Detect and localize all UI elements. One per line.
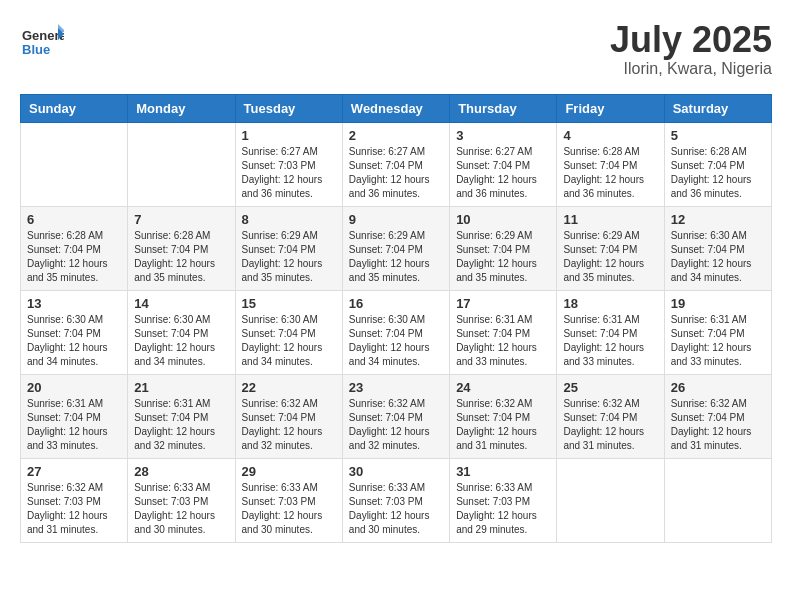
day-number: 5 [671, 128, 765, 143]
calendar-cell: 21Sunrise: 6:31 AM Sunset: 7:04 PM Dayli… [128, 374, 235, 458]
day-number: 9 [349, 212, 443, 227]
day-number: 8 [242, 212, 336, 227]
calendar-body: 1Sunrise: 6:27 AM Sunset: 7:03 PM Daylig… [21, 122, 772, 542]
day-info: Sunrise: 6:33 AM Sunset: 7:03 PM Dayligh… [456, 481, 550, 537]
day-info: Sunrise: 6:29 AM Sunset: 7:04 PM Dayligh… [242, 229, 336, 285]
day-info: Sunrise: 6:32 AM Sunset: 7:04 PM Dayligh… [563, 397, 657, 453]
day-number: 31 [456, 464, 550, 479]
day-info: Sunrise: 6:31 AM Sunset: 7:04 PM Dayligh… [563, 313, 657, 369]
calendar-cell: 18Sunrise: 6:31 AM Sunset: 7:04 PM Dayli… [557, 290, 664, 374]
day-number: 30 [349, 464, 443, 479]
calendar-cell: 4Sunrise: 6:28 AM Sunset: 7:04 PM Daylig… [557, 122, 664, 206]
svg-text:Blue: Blue [22, 42, 50, 57]
calendar-cell: 25Sunrise: 6:32 AM Sunset: 7:04 PM Dayli… [557, 374, 664, 458]
title-block: July 2025 Ilorin, Kwara, Nigeria [610, 20, 772, 78]
logo: General Blue [20, 20, 64, 68]
calendar-cell: 23Sunrise: 6:32 AM Sunset: 7:04 PM Dayli… [342, 374, 449, 458]
calendar-cell: 10Sunrise: 6:29 AM Sunset: 7:04 PM Dayli… [450, 206, 557, 290]
calendar-cell: 17Sunrise: 6:31 AM Sunset: 7:04 PM Dayli… [450, 290, 557, 374]
day-number: 27 [27, 464, 121, 479]
calendar-cell: 7Sunrise: 6:28 AM Sunset: 7:04 PM Daylig… [128, 206, 235, 290]
day-info: Sunrise: 6:30 AM Sunset: 7:04 PM Dayligh… [349, 313, 443, 369]
day-info: Sunrise: 6:27 AM Sunset: 7:03 PM Dayligh… [242, 145, 336, 201]
calendar-header-cell: Saturday [664, 94, 771, 122]
calendar-cell: 24Sunrise: 6:32 AM Sunset: 7:04 PM Dayli… [450, 374, 557, 458]
day-info: Sunrise: 6:33 AM Sunset: 7:03 PM Dayligh… [242, 481, 336, 537]
day-info: Sunrise: 6:33 AM Sunset: 7:03 PM Dayligh… [349, 481, 443, 537]
day-info: Sunrise: 6:27 AM Sunset: 7:04 PM Dayligh… [349, 145, 443, 201]
calendar-cell: 6Sunrise: 6:28 AM Sunset: 7:04 PM Daylig… [21, 206, 128, 290]
day-info: Sunrise: 6:32 AM Sunset: 7:04 PM Dayligh… [349, 397, 443, 453]
calendar-week-row: 6Sunrise: 6:28 AM Sunset: 7:04 PM Daylig… [21, 206, 772, 290]
calendar-header-cell: Tuesday [235, 94, 342, 122]
day-number: 2 [349, 128, 443, 143]
day-info: Sunrise: 6:30 AM Sunset: 7:04 PM Dayligh… [134, 313, 228, 369]
day-number: 24 [456, 380, 550, 395]
day-number: 21 [134, 380, 228, 395]
day-number: 12 [671, 212, 765, 227]
calendar-cell: 31Sunrise: 6:33 AM Sunset: 7:03 PM Dayli… [450, 458, 557, 542]
day-info: Sunrise: 6:31 AM Sunset: 7:04 PM Dayligh… [27, 397, 121, 453]
calendar-cell [557, 458, 664, 542]
calendar-cell [21, 122, 128, 206]
calendar-cell [664, 458, 771, 542]
day-number: 26 [671, 380, 765, 395]
day-info: Sunrise: 6:30 AM Sunset: 7:04 PM Dayligh… [242, 313, 336, 369]
calendar-cell: 5Sunrise: 6:28 AM Sunset: 7:04 PM Daylig… [664, 122, 771, 206]
day-number: 10 [456, 212, 550, 227]
calendar-cell: 16Sunrise: 6:30 AM Sunset: 7:04 PM Dayli… [342, 290, 449, 374]
day-number: 19 [671, 296, 765, 311]
page-title: July 2025 [610, 20, 772, 60]
calendar-cell: 15Sunrise: 6:30 AM Sunset: 7:04 PM Dayli… [235, 290, 342, 374]
calendar-cell: 27Sunrise: 6:32 AM Sunset: 7:03 PM Dayli… [21, 458, 128, 542]
day-info: Sunrise: 6:32 AM Sunset: 7:04 PM Dayligh… [456, 397, 550, 453]
day-number: 14 [134, 296, 228, 311]
calendar-header-cell: Thursday [450, 94, 557, 122]
day-info: Sunrise: 6:28 AM Sunset: 7:04 PM Dayligh… [134, 229, 228, 285]
calendar-cell: 19Sunrise: 6:31 AM Sunset: 7:04 PM Dayli… [664, 290, 771, 374]
day-number: 22 [242, 380, 336, 395]
calendar-cell: 1Sunrise: 6:27 AM Sunset: 7:03 PM Daylig… [235, 122, 342, 206]
calendar-cell: 30Sunrise: 6:33 AM Sunset: 7:03 PM Dayli… [342, 458, 449, 542]
calendar-cell: 2Sunrise: 6:27 AM Sunset: 7:04 PM Daylig… [342, 122, 449, 206]
calendar-header-cell: Sunday [21, 94, 128, 122]
day-number: 17 [456, 296, 550, 311]
calendar-header-cell: Monday [128, 94, 235, 122]
day-number: 4 [563, 128, 657, 143]
day-info: Sunrise: 6:28 AM Sunset: 7:04 PM Dayligh… [563, 145, 657, 201]
calendar-cell: 29Sunrise: 6:33 AM Sunset: 7:03 PM Dayli… [235, 458, 342, 542]
calendar-cell: 8Sunrise: 6:29 AM Sunset: 7:04 PM Daylig… [235, 206, 342, 290]
day-info: Sunrise: 6:28 AM Sunset: 7:04 PM Dayligh… [671, 145, 765, 201]
day-number: 13 [27, 296, 121, 311]
day-info: Sunrise: 6:29 AM Sunset: 7:04 PM Dayligh… [349, 229, 443, 285]
day-number: 15 [242, 296, 336, 311]
calendar-cell: 28Sunrise: 6:33 AM Sunset: 7:03 PM Dayli… [128, 458, 235, 542]
day-number: 18 [563, 296, 657, 311]
svg-text:General: General [22, 28, 64, 43]
day-number: 20 [27, 380, 121, 395]
calendar-cell: 11Sunrise: 6:29 AM Sunset: 7:04 PM Dayli… [557, 206, 664, 290]
day-info: Sunrise: 6:33 AM Sunset: 7:03 PM Dayligh… [134, 481, 228, 537]
logo-icon: General Blue [20, 20, 64, 64]
day-number: 25 [563, 380, 657, 395]
calendar-header-cell: Wednesday [342, 94, 449, 122]
day-number: 11 [563, 212, 657, 227]
day-number: 23 [349, 380, 443, 395]
calendar-cell: 14Sunrise: 6:30 AM Sunset: 7:04 PM Dayli… [128, 290, 235, 374]
calendar-header-row: SundayMondayTuesdayWednesdayThursdayFrid… [21, 94, 772, 122]
calendar-table: SundayMondayTuesdayWednesdayThursdayFrid… [20, 94, 772, 543]
day-number: 29 [242, 464, 336, 479]
day-info: Sunrise: 6:29 AM Sunset: 7:04 PM Dayligh… [563, 229, 657, 285]
day-info: Sunrise: 6:30 AM Sunset: 7:04 PM Dayligh… [27, 313, 121, 369]
day-info: Sunrise: 6:31 AM Sunset: 7:04 PM Dayligh… [134, 397, 228, 453]
calendar-cell: 12Sunrise: 6:30 AM Sunset: 7:04 PM Dayli… [664, 206, 771, 290]
calendar-cell: 22Sunrise: 6:32 AM Sunset: 7:04 PM Dayli… [235, 374, 342, 458]
day-info: Sunrise: 6:29 AM Sunset: 7:04 PM Dayligh… [456, 229, 550, 285]
day-info: Sunrise: 6:32 AM Sunset: 7:04 PM Dayligh… [242, 397, 336, 453]
day-info: Sunrise: 6:32 AM Sunset: 7:03 PM Dayligh… [27, 481, 121, 537]
calendar-week-row: 20Sunrise: 6:31 AM Sunset: 7:04 PM Dayli… [21, 374, 772, 458]
calendar-cell: 9Sunrise: 6:29 AM Sunset: 7:04 PM Daylig… [342, 206, 449, 290]
calendar-header-cell: Friday [557, 94, 664, 122]
page-header: General Blue July 2025 Ilorin, Kwara, Ni… [20, 20, 772, 78]
calendar-cell: 13Sunrise: 6:30 AM Sunset: 7:04 PM Dayli… [21, 290, 128, 374]
